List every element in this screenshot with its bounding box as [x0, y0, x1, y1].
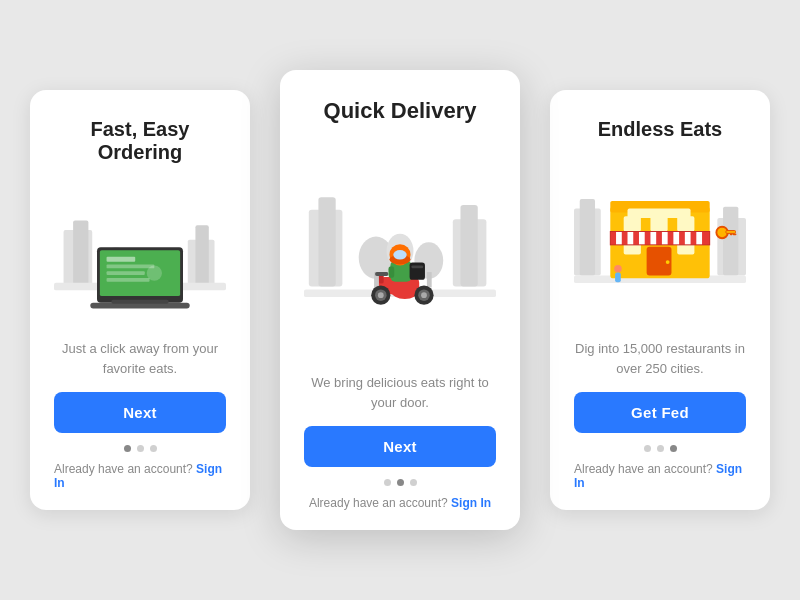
card-right-dots	[644, 445, 677, 452]
card-center-title: Quick Delivery	[324, 98, 477, 124]
svg-rect-3	[195, 225, 208, 287]
card-left-dots	[124, 445, 157, 452]
card-right-title: Endless Eats	[598, 118, 723, 141]
card-right-illustration	[574, 157, 746, 327]
svg-rect-25	[427, 272, 432, 287]
card-right-getfed-button[interactable]: Get Fed	[574, 392, 746, 433]
svg-rect-45	[388, 266, 394, 278]
svg-rect-14	[107, 277, 150, 281]
card-center-desc: We bring delicious eats right to your do…	[304, 373, 496, 412]
svg-rect-66	[673, 231, 679, 244]
svg-rect-49	[723, 207, 738, 276]
card-endless-eats: Endless Eats	[550, 90, 770, 510]
svg-rect-73	[733, 233, 737, 235]
svg-point-15	[147, 265, 162, 280]
dot-2	[657, 445, 664, 452]
svg-rect-72	[726, 231, 736, 234]
svg-rect-65	[662, 231, 668, 244]
svg-point-33	[378, 292, 384, 298]
dot-1	[124, 445, 131, 452]
svg-rect-63	[639, 231, 645, 244]
svg-rect-11	[107, 256, 136, 261]
card-left-title: Fast, Easy Ordering	[54, 118, 226, 164]
card-quick-delivery: Quick Delivery	[280, 70, 520, 530]
svg-rect-54	[650, 216, 667, 231]
svg-rect-43	[410, 263, 425, 280]
svg-rect-38	[375, 272, 388, 276]
svg-rect-55	[677, 216, 694, 231]
svg-rect-44	[412, 265, 424, 268]
svg-rect-1	[73, 220, 88, 287]
svg-rect-17	[111, 299, 168, 303]
dot-3	[670, 445, 677, 452]
svg-point-36	[421, 292, 427, 298]
svg-rect-19	[318, 197, 335, 286]
svg-rect-21	[460, 205, 477, 287]
svg-rect-74	[730, 233, 733, 235]
svg-rect-62	[628, 231, 634, 244]
svg-rect-68	[696, 231, 702, 244]
card-center-dots	[384, 479, 417, 486]
card-left-illustration	[54, 180, 226, 327]
dot-1	[644, 445, 651, 452]
dot-3	[410, 479, 417, 486]
card-fast-ordering: Fast, Easy Ordering	[30, 90, 250, 510]
card-center-illustration	[304, 140, 496, 361]
svg-point-75	[614, 265, 622, 273]
svg-rect-47	[580, 199, 595, 275]
svg-rect-12	[107, 264, 155, 268]
card-left-desc: Just a click away from your favorite eat…	[54, 339, 226, 378]
dot-1	[384, 479, 391, 486]
card-center-next-button[interactable]: Next	[304, 426, 496, 467]
svg-rect-70	[628, 209, 691, 219]
card-right-signin: Already have an account? Sign In	[574, 462, 746, 490]
dot-2	[137, 445, 144, 452]
svg-point-59	[666, 260, 670, 264]
svg-rect-76	[615, 273, 621, 283]
svg-rect-67	[685, 231, 691, 244]
svg-point-42	[393, 250, 406, 260]
card-right-desc: Dig into 15,000 restaurants in over 250 …	[574, 339, 746, 378]
card-left-signin: Already have an account? Sign In	[54, 462, 226, 490]
svg-rect-13	[107, 271, 145, 275]
svg-rect-53	[624, 216, 641, 231]
card-left-next-button[interactable]: Next	[54, 392, 226, 433]
dot-3	[150, 445, 157, 452]
svg-rect-61	[616, 231, 622, 244]
onboarding-cards: Fast, Easy Ordering	[0, 0, 800, 600]
svg-rect-64	[650, 231, 656, 244]
svg-rect-60	[610, 231, 709, 244]
card-center-signin-link[interactable]: Sign In	[451, 496, 491, 510]
dot-2	[397, 479, 404, 486]
card-center-signin: Already have an account? Sign In	[309, 496, 491, 510]
